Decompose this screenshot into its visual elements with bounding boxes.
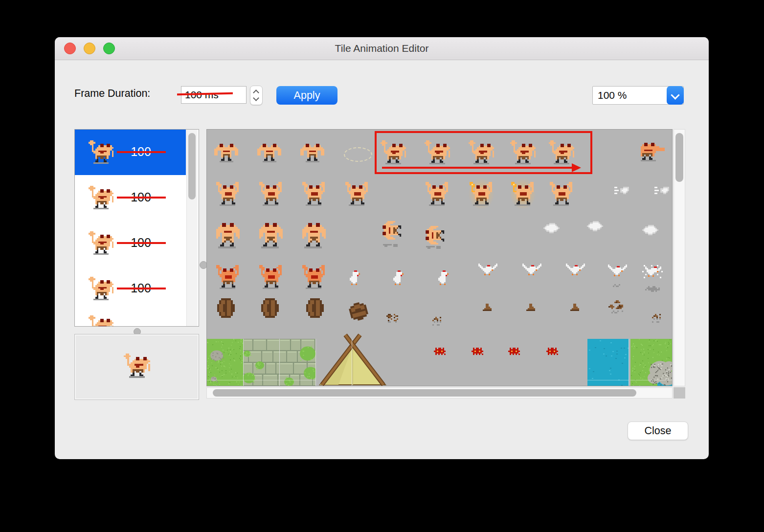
sprite-chicken-fly[interactable]	[608, 265, 627, 276]
animation-preview-panel	[74, 334, 199, 400]
sprite-orc-cheer-glow[interactable]	[470, 182, 494, 206]
sprite-orc-punch[interactable]	[639, 143, 666, 162]
sprite-dashpuff[interactable]	[654, 187, 672, 194]
sprite-barrel[interactable]	[217, 298, 235, 318]
sprite-smoke[interactable]	[587, 221, 605, 231]
sprite-stump[interactable]	[570, 304, 581, 311]
sprite-chicken[interactable]	[392, 270, 406, 285]
sprite-crab[interactable]	[434, 348, 446, 355]
sprite-orc-cheer-glow[interactable]	[511, 182, 535, 206]
sprite-streak[interactable]	[426, 246, 444, 249]
sprite-orc-cheer[interactable]	[216, 182, 240, 206]
sprite-orc-stand[interactable]	[257, 142, 285, 162]
terrain-gridline	[629, 339, 629, 386]
tile-grassrock[interactable]	[630, 339, 673, 386]
frame-list-item-5[interactable]	[75, 311, 186, 327]
frame-list-item-1[interactable]: 100	[75, 130, 186, 175]
sprite-debris-a[interactable]	[386, 314, 400, 323]
stage: Tile Animation Editor Frame Duration: Ap…	[0, 0, 764, 532]
chevron-down-icon	[671, 90, 679, 99]
tile-stone[interactable]	[243, 339, 279, 386]
frame-thumbnail	[89, 277, 113, 300]
sprite-orc-cheer[interactable]	[345, 182, 369, 206]
sprite-stump[interactable]	[483, 304, 493, 311]
sprite-smoke[interactable]	[642, 225, 660, 235]
sprite-orc-walk[interactable]	[257, 223, 285, 248]
sprite-chicken-fly[interactable]	[478, 264, 497, 275]
tile-grass[interactable]	[207, 339, 243, 386]
sprite-orc-stand[interactable]	[300, 142, 328, 162]
tileset-viewport[interactable]	[206, 129, 673, 386]
sprite-orc-side[interactable]	[382, 220, 401, 242]
zoom-dropdown-button[interactable]	[667, 86, 684, 105]
frame-list-item-2[interactable]: 100	[75, 175, 186, 221]
terrain-gridline	[352, 339, 352, 386]
window-title: Tile Animation Editor	[55, 37, 709, 60]
sprite-tent[interactable]	[317, 333, 388, 386]
sprite-orc-flex[interactable]	[259, 265, 283, 289]
sprite-orc-stand[interactable]	[214, 142, 242, 162]
sprite-chicken-fly[interactable]	[566, 264, 585, 275]
sprite-debris-fly[interactable]	[608, 300, 626, 313]
sprite-orc-cheer[interactable]	[259, 182, 283, 206]
sprite-orc-walk[interactable]	[214, 223, 242, 248]
sprite-streak[interactable]	[383, 244, 401, 247]
sprite-orc-cheer[interactable]	[426, 182, 449, 206]
terrain-gridline	[315, 339, 316, 386]
titlebar: Tile Animation Editor	[55, 37, 709, 60]
annotation-arrow-head	[572, 163, 581, 172]
tile-stone2[interactable]	[279, 339, 315, 386]
apply-button[interactable]: Apply	[276, 86, 337, 105]
stepper-down-icon[interactable]	[253, 95, 259, 101]
sprite-chicken[interactable]	[437, 270, 451, 285]
sprite-crab[interactable]	[546, 348, 558, 355]
sprite-smoke[interactable]	[543, 223, 561, 233]
tileset-vertical-scrollbar[interactable]	[674, 129, 685, 386]
frame-list-item-3[interactable]: 100	[75, 221, 186, 266]
annotation-arrow-line	[382, 167, 573, 169]
sprite-debris-b[interactable]	[432, 317, 444, 326]
frame-list-item-4[interactable]: 100	[75, 266, 186, 311]
frame-list-panel: 100100100100	[74, 129, 199, 327]
sprite-dashpuff[interactable]	[614, 187, 632, 194]
sprite-orc-cheer[interactable]	[550, 182, 574, 206]
zoom-value: 100 %	[598, 87, 627, 104]
sprite-debris-b[interactable]	[652, 314, 664, 323]
frame-list-scrollbar[interactable]	[186, 130, 198, 326]
sprite-orc-flex[interactable]	[302, 265, 326, 289]
frame-thumbnail	[89, 315, 113, 327]
sprite-stump[interactable]	[526, 304, 537, 311]
sprite-orc-side[interactable]	[426, 224, 444, 246]
frame-duration-label: Frame Duration:	[74, 88, 150, 100]
frame-duration-stepper[interactable]	[250, 86, 263, 105]
sprite-orc-cheer[interactable]	[302, 182, 326, 206]
sprite-chicken[interactable]	[348, 270, 363, 285]
sprite-chicken-fly[interactable]	[522, 264, 541, 275]
sprite-splat[interactable]	[645, 286, 661, 292]
tile-water[interactable]	[587, 339, 629, 386]
terrain-gridline	[243, 339, 244, 386]
frame-list-scroll-thumb[interactable]	[188, 133, 196, 200]
close-button[interactable]: Close	[628, 421, 688, 440]
annotation-strike-duration	[117, 288, 166, 289]
annotation-strike-duration	[117, 242, 166, 244]
sprite-chicken-burst[interactable]	[642, 265, 664, 278]
empty-tile-placeholder-icon[interactable]	[344, 147, 372, 162]
tileset-vertical-scroll-thumb[interactable]	[675, 133, 683, 182]
sprite-crab[interactable]	[508, 348, 520, 355]
sprite-orc-flex[interactable]	[216, 265, 240, 289]
sprite-orc-walk[interactable]	[300, 223, 328, 248]
sprite-speck[interactable]	[613, 284, 622, 287]
zoom-dropdown[interactable]: 100 %	[592, 86, 684, 105]
annotation-strike-duration	[117, 151, 166, 153]
tileset-horizontal-scroll-thumb[interactable]	[213, 389, 636, 397]
sprite-crab[interactable]	[472, 348, 483, 355]
sprite-barrel[interactable]	[261, 298, 279, 318]
sprite-barrel[interactable]	[306, 298, 324, 318]
preview-sprite	[124, 354, 150, 378]
sprite-barrel-tip[interactable]	[348, 301, 369, 322]
frame-thumbnail	[89, 186, 113, 209]
tileset-horizontal-scrollbar[interactable]	[206, 387, 673, 399]
terrain-gridline	[279, 339, 280, 386]
frame-thumbnail	[89, 231, 113, 255]
